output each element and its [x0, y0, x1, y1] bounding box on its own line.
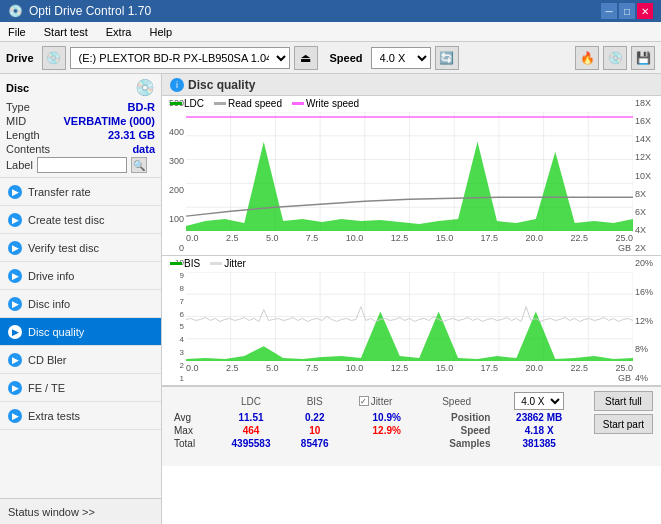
- disc-info-label: Disc info: [28, 298, 70, 310]
- refresh-icon[interactable]: 🔄: [435, 46, 459, 70]
- sidebar-item-create-test-disc[interactable]: ▶ Create test disc: [0, 206, 161, 234]
- sidebar-item-drive-info[interactable]: ▶ Drive info: [0, 262, 161, 290]
- close-button[interactable]: ✕: [637, 3, 653, 19]
- left-panel: Disc 💿 Type BD-R MID VERBATIMe (000) Len…: [0, 74, 162, 524]
- col-header-empty: [170, 391, 215, 411]
- col-header-bis: BIS: [287, 391, 342, 411]
- avg-label: Avg: [170, 411, 215, 424]
- total-spacer2: [355, 437, 419, 450]
- app-title: Opti Drive Control 1.70: [29, 4, 151, 18]
- burn-icon[interactable]: 🔥: [575, 46, 599, 70]
- minimize-button[interactable]: ─: [601, 3, 617, 19]
- start-full-button[interactable]: Start full: [594, 391, 653, 411]
- disc-length-value: 23.31 GB: [108, 129, 155, 141]
- drive-label: Drive: [6, 52, 34, 64]
- menu-help[interactable]: Help: [145, 26, 176, 38]
- chart2-y-left: 10 9 8 7 6 5 4 3 2 1: [162, 256, 186, 385]
- legend-bis: BIS: [170, 258, 200, 269]
- chart1-x-unit: GB: [618, 243, 631, 253]
- drive-selector[interactable]: (E:) PLEXTOR BD-R PX-LB950SA 1.04: [70, 47, 290, 69]
- fe-te-label: FE / TE: [28, 382, 65, 394]
- main-content: Disc 💿 Type BD-R MID VERBATIMe (000) Len…: [0, 74, 661, 524]
- disc-contents-value: data: [132, 143, 155, 155]
- stats-area: LDC BIS ✓ Jitter Speed: [162, 386, 661, 466]
- sidebar-item-verify-test-disc[interactable]: ▶ Verify test disc: [0, 234, 161, 262]
- menu-extra[interactable]: Extra: [102, 26, 136, 38]
- nav-spacer: [0, 430, 161, 498]
- avg-bis: 0.22: [287, 411, 342, 424]
- disc-length-label: Length: [6, 129, 40, 141]
- fe-te-icon: ▶: [8, 381, 22, 395]
- max-jitter: 12.9%: [355, 424, 419, 437]
- disc-header-label: Disc: [6, 82, 29, 94]
- transfer-rate-label: Transfer rate: [28, 186, 91, 198]
- disc-label-button[interactable]: 🔍: [131, 157, 147, 173]
- chart2-y-right: 20% 16% 12% 8% 4%: [633, 256, 661, 385]
- stats-total-row: Total 4395583 85476 Samples 381385: [170, 437, 584, 450]
- stats-max-row: Max 464 10 12.9% Speed 4.18 X: [170, 424, 584, 437]
- max-speed-val: 4.18 X: [494, 424, 583, 437]
- disc-label-row: Label 🔍: [6, 157, 155, 173]
- legend-read-speed: Read speed: [214, 98, 282, 109]
- stats-table: LDC BIS ✓ Jitter Speed: [170, 391, 584, 462]
- jitter-col-label: Jitter: [371, 396, 393, 407]
- total-ldc: 4395583: [215, 437, 287, 450]
- save-icon[interactable]: 💾: [631, 46, 655, 70]
- status-window-button[interactable]: Status window >>: [0, 498, 161, 524]
- avg-ldc: 11.51: [215, 411, 287, 424]
- title-bar-controls: ─ □ ✕: [601, 3, 653, 19]
- ldc-label: LDC: [184, 98, 204, 109]
- menu-file[interactable]: File: [4, 26, 30, 38]
- total-bis: 85476: [287, 437, 342, 450]
- disc-info-icon: ▶: [8, 297, 22, 311]
- avg-speed-label: Position: [419, 411, 495, 424]
- disc-quality-label: Disc quality: [28, 326, 84, 338]
- drive-icon: 💿: [42, 46, 66, 70]
- cd-bler-label: CD Bler: [28, 354, 67, 366]
- menu-start-test[interactable]: Start test: [40, 26, 92, 38]
- sidebar-item-transfer-rate[interactable]: ▶ Transfer rate: [0, 178, 161, 206]
- create-test-icon: ▶: [8, 213, 22, 227]
- chart2-legend: BIS Jitter: [170, 258, 246, 269]
- total-samples-label: Samples: [419, 437, 495, 450]
- sidebar-item-cd-bler[interactable]: ▶ CD Bler: [0, 346, 161, 374]
- legend-jitter: Jitter: [210, 258, 246, 269]
- chart1-legend: LDC Read speed Write speed: [170, 98, 359, 109]
- col-header-speed-select: 4.0 X: [494, 391, 583, 411]
- disc-type-row: Type BD-R: [6, 101, 155, 113]
- chart1-container: LDC Read speed Write speed 500 400: [162, 96, 661, 256]
- start-buttons: Start full Start part: [594, 391, 653, 462]
- col-header-jitter: ✓ Jitter: [355, 391, 419, 411]
- disc-icon[interactable]: 💿: [603, 46, 627, 70]
- jitter-checkbox[interactable]: ✓: [359, 396, 369, 406]
- speed-selector[interactable]: 4.0 X: [371, 47, 431, 69]
- disc-header: Disc 💿: [6, 78, 155, 97]
- max-spacer: [342, 424, 354, 437]
- disc-label-input[interactable]: [37, 157, 127, 173]
- jitter-color: [210, 262, 222, 265]
- status-window-label: Status window >>: [8, 506, 95, 518]
- sidebar-item-fe-te[interactable]: ▶ FE / TE: [0, 374, 161, 402]
- disc-contents-row: Contents data: [6, 143, 155, 155]
- disc-quality-icon: ▶: [8, 325, 22, 339]
- stats-speed-selector[interactable]: 4.0 X: [514, 392, 564, 410]
- start-part-button[interactable]: Start part: [594, 414, 653, 434]
- avg-position: 23862 MB: [494, 411, 583, 424]
- disc-type-value: BD-R: [128, 101, 156, 113]
- chart2-plot: [186, 272, 633, 361]
- eject-icon[interactable]: ⏏: [294, 46, 318, 70]
- ldc-color: [170, 102, 182, 105]
- max-speed-val-label: Speed: [419, 424, 495, 437]
- right-panel: i Disc quality LDC Read speed: [162, 74, 661, 524]
- sidebar-item-disc-info[interactable]: ▶ Disc info: [0, 290, 161, 318]
- disc-quality-title: Disc quality: [188, 78, 255, 92]
- avg-jitter: 10.9%: [355, 411, 419, 424]
- disc-contents-label: Contents: [6, 143, 50, 155]
- disc-mid-label: MID: [6, 115, 26, 127]
- maximize-button[interactable]: □: [619, 3, 635, 19]
- sidebar-item-extra-tests[interactable]: ▶ Extra tests: [0, 402, 161, 430]
- max-label: Max: [170, 424, 215, 437]
- col-header-spacer: [342, 391, 354, 411]
- verify-test-icon: ▶: [8, 241, 22, 255]
- sidebar-item-disc-quality[interactable]: ▶ Disc quality: [0, 318, 161, 346]
